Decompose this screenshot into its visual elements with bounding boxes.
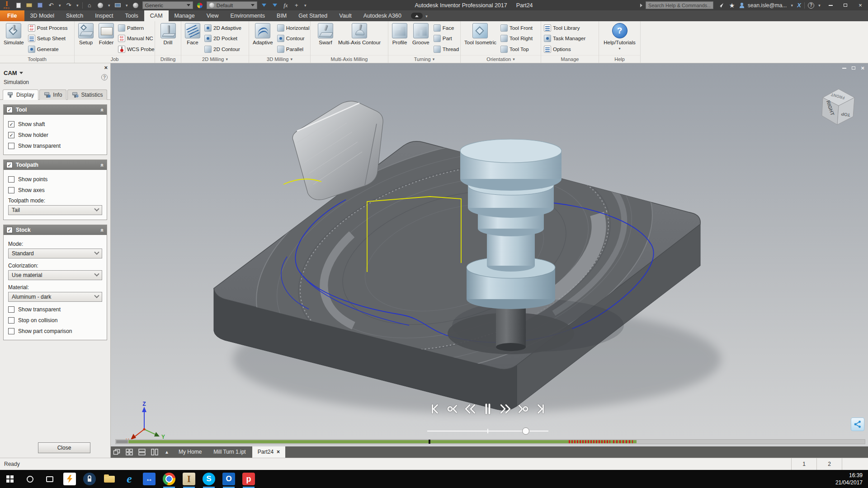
simulation-close-button[interactable]: Close — [38, 442, 90, 453]
tab-3d-model[interactable]: 3D Model — [24, 10, 61, 21]
tab-file[interactable]: File — [0, 10, 24, 21]
collapse-icon[interactable]: « — [99, 228, 106, 231]
color-wheel-icon[interactable] — [196, 2, 204, 9]
options-button[interactable]: Options — [544, 45, 585, 54]
send-feedback-icon[interactable] — [717, 2, 725, 9]
stock-mode-select[interactable]: Standard — [8, 249, 102, 258]
turn-part-button[interactable]: Part — [434, 34, 459, 43]
tab-sketch[interactable]: Sketch — [60, 10, 89, 21]
outlook-button[interactable]: O — [219, 470, 239, 488]
slider-handle[interactable] — [522, 427, 529, 435]
redo-icon[interactable]: ↷ — [65, 2, 73, 9]
internet-explorer-button[interactable]: e — [119, 470, 139, 488]
setup-button[interactable]: Setup — [76, 22, 95, 55]
material-ball-icon[interactable] — [132, 2, 140, 9]
post-process-button[interactable]: G1G2Post Process — [28, 23, 68, 33]
stock-show-transparent-checkbox[interactable] — [8, 306, 14, 313]
minimize-button[interactable] — [825, 1, 836, 9]
tab-tools[interactable]: Tools — [119, 10, 144, 21]
group-label-orientation[interactable]: Orientation▾ — [461, 55, 541, 63]
tab-part24[interactable]: Part24× — [252, 446, 285, 458]
colorization-select[interactable]: Use material — [8, 270, 102, 280]
group-label-3d-milling[interactable]: 3D Milling▾ — [249, 55, 310, 63]
stop-on-collision-row[interactable]: Stop on collision — [8, 317, 102, 324]
home-icon[interactable]: ⌂ — [85, 2, 94, 9]
collapse-icon[interactable]: « — [99, 163, 106, 166]
go-to-start-button[interactable] — [428, 402, 442, 416]
cortana-button[interactable] — [20, 470, 40, 488]
show-holder-row[interactable]: ✓Show holder — [8, 132, 102, 138]
tab-cam[interactable]: CAM — [144, 10, 169, 21]
open-file-icon[interactable] — [25, 2, 33, 9]
ribbon-options-chevron-icon[interactable]: ▾ — [425, 14, 429, 19]
turn-thread-button[interactable]: Thread — [434, 45, 459, 54]
step-back-button[interactable] — [463, 402, 477, 416]
parallel-button[interactable]: Parallel — [277, 45, 310, 54]
doc-restore-icon[interactable] — [852, 66, 855, 70]
tab-info[interactable]: Info — [39, 89, 66, 100]
task-view-button[interactable] — [40, 470, 60, 488]
inventor-logo[interactable]: IPRO — [4, 1, 10, 9]
collapse-icon[interactable]: « — [99, 108, 106, 111]
vertical-split-icon[interactable] — [149, 446, 160, 458]
stop-on-collision-checkbox[interactable] — [8, 317, 14, 324]
measure-plus-icon[interactable]: + — [292, 2, 301, 9]
a360-sync-icon[interactable] — [411, 13, 423, 19]
taskbar-clock[interactable]: 16:39 21/04/2017 — [830, 472, 868, 486]
show-points-row[interactable]: Show points — [8, 176, 102, 183]
new-file-icon[interactable] — [14, 2, 23, 9]
tool-isometric-button[interactable]: Tool Isometric — [462, 22, 498, 55]
show-transparent-checkbox[interactable] — [8, 143, 14, 149]
inventor-taskbar-button[interactable]: I — [179, 470, 199, 488]
view-cube[interactable]: RIGHT TOP FRONT — [813, 80, 860, 128]
toolpath-section-checkbox[interactable]: ✓ — [6, 162, 13, 168]
horizontal-split-icon[interactable] — [136, 446, 148, 458]
exchange-apps-icon[interactable]: X — [797, 2, 801, 9]
tab-inspect[interactable]: Inspect — [89, 10, 119, 21]
tab-view[interactable]: View — [201, 10, 225, 21]
lightning-app-button[interactable] — [60, 470, 80, 488]
cascade-windows-icon[interactable] — [111, 446, 123, 458]
2d-pocket-button[interactable]: 2D Pocket — [204, 34, 241, 43]
horizontal-button[interactable]: Horizontal — [277, 23, 310, 33]
adjust-filter-icon[interactable] — [260, 2, 268, 9]
playback-speed-slider[interactable] — [427, 427, 548, 435]
tool-top-button[interactable]: Tool Top — [500, 45, 533, 54]
next-operation-button[interactable] — [516, 402, 530, 416]
tab-display[interactable]: Display — [3, 89, 38, 100]
adaptive-button[interactable]: Adaptive — [251, 22, 275, 55]
close-button[interactable]: × — [854, 1, 866, 9]
folder-button[interactable]: Folder — [97, 22, 116, 55]
stock-section-checkbox[interactable]: ✓ — [6, 227, 13, 233]
show-shaft-row[interactable]: ✓Show shaft — [8, 121, 102, 127]
restore-button[interactable] — [840, 1, 851, 9]
multi-axis-contour-button[interactable]: Multi-Axis Contour — [336, 22, 382, 55]
previous-operation-button[interactable] — [446, 402, 459, 416]
face-button[interactable]: Face — [183, 22, 202, 55]
undo-icon[interactable]: ↶ — [47, 2, 55, 9]
tab-close-icon[interactable]: × — [277, 446, 280, 458]
expand-tabs-icon[interactable]: ▲ — [161, 450, 172, 455]
file-explorer-button[interactable] — [99, 470, 119, 488]
account-dropdown-icon[interactable]: ▾ — [790, 3, 794, 8]
tile-windows-icon[interactable] — [123, 446, 135, 458]
show-holder-checkbox[interactable]: ✓ — [8, 132, 14, 138]
pause-button[interactable] — [481, 402, 495, 416]
screen-update-icon[interactable] — [114, 2, 122, 9]
a360-share-button[interactable] — [851, 418, 864, 431]
tab-get-started[interactable]: Get Started — [292, 10, 333, 21]
wcs-probe-button[interactable]: WCS Probe — [118, 45, 155, 54]
panel-close-icon[interactable]: × — [104, 64, 108, 71]
skype-button[interactable]: S — [199, 470, 219, 488]
panel-title-chevron-icon[interactable] — [19, 72, 23, 74]
account-avatar-icon[interactable] — [739, 3, 745, 8]
doc-close-icon[interactable]: × — [861, 65, 864, 71]
setup-sheet-button[interactable]: Setup Sheet — [28, 34, 68, 43]
timeline-position-marker[interactable] — [429, 440, 430, 444]
material-style-select[interactable]: Generic — [142, 1, 193, 9]
view-dropdown-icon[interactable]: ▾ — [107, 3, 111, 8]
tab-my-home[interactable]: My Home — [173, 446, 207, 458]
task-manager-button[interactable]: Task Manager — [544, 34, 585, 43]
tool-library-button[interactable]: Tool Library — [544, 23, 585, 33]
turn-face-button[interactable]: Face — [434, 23, 459, 33]
